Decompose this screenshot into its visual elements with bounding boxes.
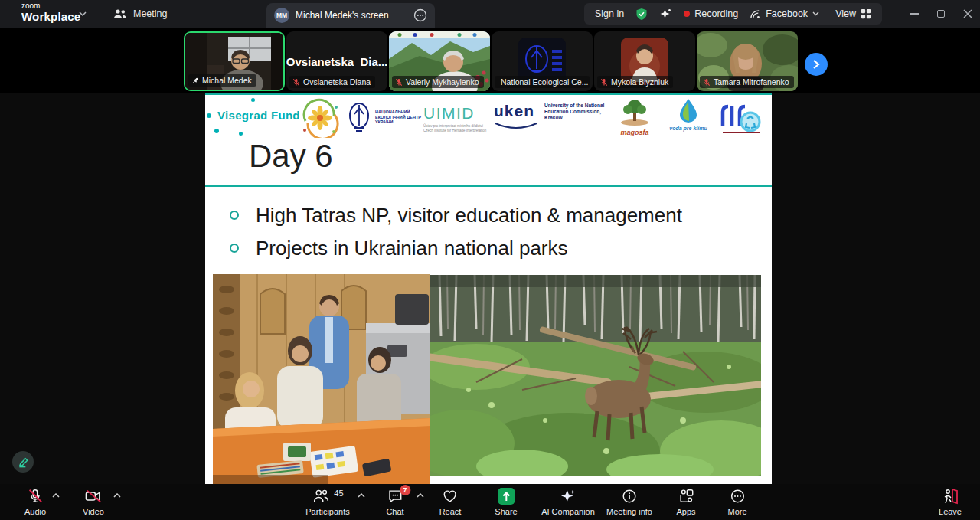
audio-options-chevron[interactable] <box>52 493 60 498</box>
react-label: React <box>439 507 462 516</box>
bullet-item: Projects in Ukrainian national parks <box>230 237 682 260</box>
minimize-button[interactable] <box>910 13 919 15</box>
avatar: MM <box>274 8 289 23</box>
stream-label: Facebook <box>766 8 808 19</box>
chat-button[interactable]: 7 Chat <box>386 488 403 516</box>
chevron-right-icon <box>812 59 820 70</box>
view-button[interactable]: View <box>835 8 871 19</box>
apps-label: Apps <box>676 507 695 516</box>
zoom-workplace-window: zoom Workplace Meeting MM Michal Medek's… <box>0 0 980 520</box>
video-tile-ovsianetska-diana[interactable]: Ovsianetska Dia... Ovsianetska Diana <box>286 31 387 91</box>
uimid-label: UIMID <box>423 104 494 123</box>
tab-options-button[interactable] <box>413 8 427 22</box>
participants-options-chevron[interactable] <box>358 493 365 498</box>
apps-button[interactable]: Apps <box>676 488 695 516</box>
video-tile-mykola-blyzniuk[interactable]: Mykola Blyzniuk <box>594 31 695 91</box>
necu-logo: Національний екологічний центр України <box>348 101 423 133</box>
participants-strip: Michal Medek Ovsianetska Dia... Ovsianet… <box>0 28 980 93</box>
sign-in-button[interactable]: Sign in <box>595 8 624 19</box>
security-shield-icon[interactable] <box>635 8 648 21</box>
bullet-marker <box>230 211 239 220</box>
uimid-subtitle: Ústav pro interpretaci místního dědictví… <box>423 124 494 133</box>
bullet-marker <box>230 244 239 253</box>
video-tile-michal-medek[interactable]: Michal Medek <box>184 31 285 91</box>
workspace-chevron-down-icon[interactable] <box>79 11 87 16</box>
photo-deer-forest <box>430 275 761 476</box>
tab-screen-share-label: Michal Medek's screen <box>296 10 389 21</box>
mic-muted-icon <box>292 78 300 87</box>
participant-name: National Ecological Ce... <box>501 77 588 87</box>
shared-screen-area: Visegrad Fund <box>0 93 980 484</box>
participants-count: 45 <box>334 489 343 498</box>
participant-name: Mykola Blyzniuk <box>611 77 668 87</box>
mic-muted-icon <box>395 78 403 87</box>
presentation-slide: Visegrad Fund <box>205 93 772 484</box>
magosfa-label: magosfa <box>612 129 657 136</box>
next-participants-button[interactable] <box>805 53 828 76</box>
tab-screen-share[interactable]: MM Michal Medek's screen <box>266 3 435 28</box>
leave-button[interactable]: Leave <box>939 488 962 516</box>
visegrad-fund-label: Visegrad Fund <box>217 109 300 122</box>
meeting-people-icon <box>113 8 127 19</box>
recording-label: Recording <box>694 8 738 19</box>
view-label: View <box>835 8 856 19</box>
window-controls <box>910 0 972 28</box>
brand-workplace: Workplace <box>21 11 80 22</box>
share-label: Share <box>495 507 517 516</box>
share-screen-icon <box>498 488 514 505</box>
audio-button[interactable]: Audio <box>24 488 46 516</box>
uken-underline-icon <box>494 122 538 129</box>
participant-name: Tamara Mitrofanenko <box>714 77 789 87</box>
participant-name-badge: Ovsianetska Diana <box>289 76 375 88</box>
title-bar: zoom Workplace Meeting MM Michal Medek's… <box>0 0 980 28</box>
live-stream-icon <box>750 8 761 20</box>
voda-pre-klimu-logo: voda pre klímu <box>666 98 710 131</box>
video-tile-national-ecological-centre[interactable]: National Ecological Ce... <box>492 31 593 91</box>
share-button[interactable]: Share <box>495 488 517 516</box>
leave-label: Leave <box>939 507 962 516</box>
react-button[interactable]: React <box>439 488 462 516</box>
chat-icon-wrap: 7 <box>387 488 403 505</box>
video-tile-valeriy-mykhaylenko[interactable]: Valeriy Mykhaylenko <box>389 31 490 91</box>
meeting-info-button[interactable]: Meeting info <box>606 488 652 516</box>
live-stream-button[interactable]: Facebook <box>750 8 819 20</box>
brand-zoom: zoom <box>21 2 80 10</box>
tab-meeting-label: Meeting <box>133 8 167 19</box>
necu-emblem-icon <box>348 101 371 133</box>
ai-companion-label: AI Companion <box>541 507 595 516</box>
participant-name: Michal Medek <box>202 76 252 85</box>
ai-sparkle-icon[interactable] <box>659 8 672 21</box>
titlebar-status-pill: Sign in Recording Facebook <box>584 3 882 25</box>
annotate-button[interactable] <box>12 451 34 473</box>
tab-meeting[interactable]: Meeting <box>113 0 167 28</box>
chat-options-chevron[interactable] <box>416 493 424 498</box>
title-divider <box>205 185 772 187</box>
pencil-icon <box>18 456 29 468</box>
ai-companion-button[interactable]: AI Companion <box>541 488 595 516</box>
close-button[interactable] <box>963 9 972 18</box>
ai-companion-sparkle-icon <box>560 488 577 505</box>
pin-icon <box>191 77 199 85</box>
meeting-info-label: Meeting info <box>606 507 652 516</box>
participants-button[interactable]: 45 Participants <box>305 488 349 516</box>
mic-muted-icon <box>703 78 710 87</box>
sign-in-label: Sign in <box>595 8 624 19</box>
video-tile-tamara-mitrofanenko[interactable]: Tamara Mitrofanenko <box>697 31 798 91</box>
bullet-text: Projects in Ukrainian national parks <box>256 237 568 260</box>
video-button[interactable]: Video <box>83 488 104 516</box>
chat-unread-badge: 7 <box>400 485 410 495</box>
logo-dot <box>207 113 211 118</box>
photo-deer-illustration <box>430 275 761 476</box>
mic-muted-icon <box>600 78 608 87</box>
tree-icon <box>618 98 652 126</box>
video-label: Video <box>83 507 104 516</box>
more-button[interactable]: More <box>727 488 746 516</box>
uken-subtitle: University of the National Education Com… <box>544 103 607 121</box>
participant-name-badge: Valeriy Mykhaylenko <box>392 76 484 88</box>
visegrad-fund-logo: Visegrad Fund <box>217 109 300 122</box>
logo-dot <box>239 132 243 136</box>
arrow-up-icon <box>501 491 511 502</box>
restore-button[interactable] <box>937 10 945 18</box>
uken-label: uken <box>494 103 538 119</box>
video-options-chevron[interactable] <box>113 493 121 498</box>
